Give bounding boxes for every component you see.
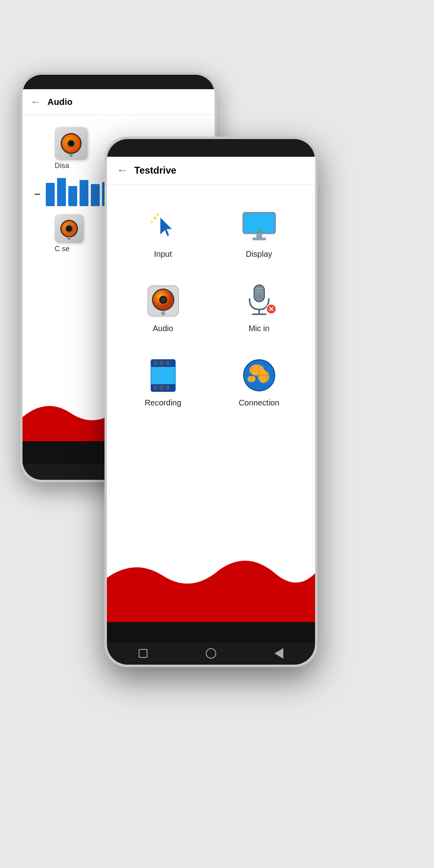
svg-rect-30 xyxy=(166,385,170,390)
svg-point-2 xyxy=(156,214,158,216)
front-phone-nav xyxy=(109,642,313,665)
connection-cell[interactable]: Connection xyxy=(211,345,307,420)
svg-rect-26 xyxy=(160,361,164,365)
channel-label: C se xyxy=(55,245,70,253)
svg-point-34 xyxy=(258,370,269,383)
audio-icon xyxy=(145,283,181,319)
viz-bar-3 xyxy=(68,186,77,206)
svg-point-1 xyxy=(151,221,153,223)
speaker-icon-large xyxy=(55,127,88,160)
svg-rect-25 xyxy=(154,361,158,365)
input-label: Input xyxy=(154,250,172,259)
viz-dash xyxy=(35,194,40,195)
svg-point-0 xyxy=(154,217,156,219)
display-speaker-label: Disa xyxy=(55,162,69,170)
viz-bar-5 xyxy=(91,184,100,206)
display-icon xyxy=(241,209,277,245)
svg-point-14 xyxy=(161,297,166,302)
audio-cell[interactable]: Audio xyxy=(115,271,211,345)
svg-rect-16 xyxy=(254,285,264,302)
recording-cell[interactable]: Recording xyxy=(115,345,211,420)
svg-rect-40 xyxy=(107,622,315,642)
viz-bar-2 xyxy=(57,178,66,206)
svg-rect-8 xyxy=(252,237,266,240)
audio-back-button[interactable]: ← xyxy=(31,96,41,108)
mic-in-cell[interactable]: ✕ Mic in xyxy=(211,271,307,345)
viz-bar-1 xyxy=(46,183,55,206)
red-wave-front xyxy=(107,554,315,642)
display-cell[interactable]: Display xyxy=(211,197,307,271)
nav-circle-button[interactable] xyxy=(206,648,216,659)
speaker-icon-small xyxy=(55,214,84,243)
svg-rect-28 xyxy=(154,385,158,390)
mic-error-badge: ✕ xyxy=(266,304,276,314)
recording-label: Recording xyxy=(145,398,181,407)
svg-marker-3 xyxy=(160,217,173,237)
connection-label: Connection xyxy=(239,398,279,407)
input-icon xyxy=(145,209,181,245)
svg-point-15 xyxy=(161,311,165,315)
svg-rect-29 xyxy=(160,385,164,390)
audio-label: Audio xyxy=(153,324,173,333)
testdrive-header: ← Testdrive xyxy=(107,157,315,184)
nav-back-button[interactable] xyxy=(274,648,283,659)
mic-in-label: Mic in xyxy=(248,324,269,333)
testdrive-back-button[interactable]: ← xyxy=(117,164,128,177)
testdrive-title: Testdrive xyxy=(134,165,176,176)
viz-bar-4 xyxy=(80,180,88,206)
testdrive-grid: Input xyxy=(107,184,315,432)
front-phone: ← Testdrive xyxy=(104,137,317,667)
audio-header: ← Audio xyxy=(23,89,215,115)
input-cell[interactable]: Input xyxy=(115,197,211,271)
mic-in-icon: ✕ xyxy=(241,283,277,319)
svg-point-6 xyxy=(258,229,261,232)
display-label: Display xyxy=(246,250,272,259)
audio-title: Audio xyxy=(47,97,72,107)
recording-icon xyxy=(145,357,181,393)
nav-square-button[interactable] xyxy=(139,649,147,658)
svg-rect-27 xyxy=(166,361,170,365)
connection-icon xyxy=(241,357,277,393)
svg-rect-24 xyxy=(151,367,175,384)
svg-rect-7 xyxy=(256,233,262,237)
